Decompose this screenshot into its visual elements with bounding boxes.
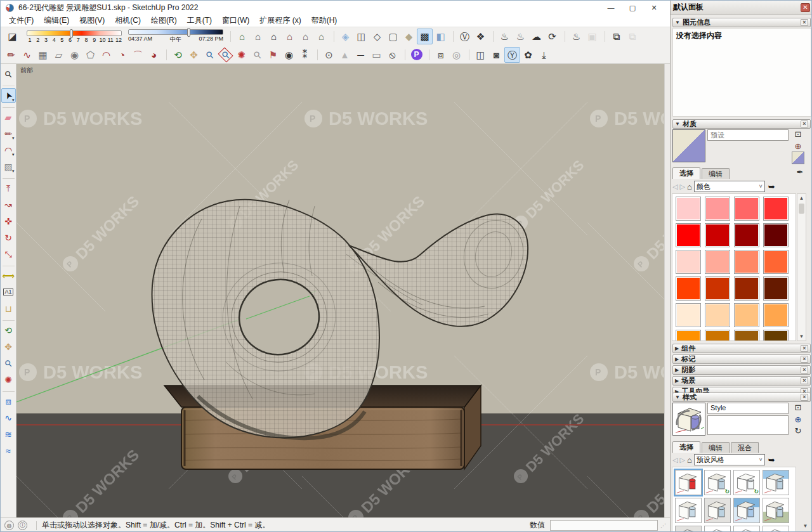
- measurements-input[interactable]: [550, 520, 658, 531]
- facestyle-monochrome[interactable]: ◧: [433, 29, 449, 44]
- tool-circle[interactable]: ◉: [67, 47, 82, 63]
- left-move-tool[interactable]: ✜: [1, 214, 16, 228]
- display-pane-icon[interactable]: ⊡: [793, 403, 803, 412]
- minimize-button[interactable]: —: [600, 1, 622, 15]
- menu-item[interactable]: 文件(F): [4, 15, 38, 27]
- left-line-tool[interactable]: ✏: [1, 126, 16, 141]
- section-entity-info[interactable]: ▼ 图元信息 ×: [672, 18, 811, 27]
- left-pan-tool[interactable]: ✥: [1, 339, 16, 354]
- style-thumb[interactable]: [733, 498, 760, 523]
- tab[interactable]: 编辑: [702, 168, 730, 179]
- scene-light-tool[interactable]: Ⓨ: [504, 47, 520, 63]
- tool-rotated-rectangle[interactable]: ▱: [51, 47, 67, 63]
- color-swatch[interactable]: [705, 223, 730, 247]
- facestyle-xray[interactable]: ◈: [337, 29, 353, 44]
- left-d5-layers-tool[interactable]: ≋: [1, 427, 16, 441]
- color-swatch[interactable]: [734, 303, 759, 327]
- display-pane-icon[interactable]: ⊡: [793, 129, 803, 139]
- vray-batch-render-icon[interactable]: ⟳: [544, 29, 560, 44]
- view-iso[interactable]: ⌂: [234, 29, 250, 44]
- view-top[interactable]: ⌂: [250, 29, 266, 44]
- tool-3pt-arc[interactable]: ⌒: [130, 47, 146, 63]
- current-material-swatch[interactable]: [792, 152, 804, 164]
- menu-item[interactable]: 窗口(W): [218, 15, 254, 27]
- menu-item[interactable]: 扩展程序 (x): [255, 15, 305, 27]
- tool-freehand[interactable]: ∿: [19, 47, 35, 63]
- left-select-tool[interactable]: ➤: [1, 88, 16, 103]
- view-back[interactable]: ⌂: [298, 29, 313, 44]
- style-thumb[interactable]: [733, 470, 760, 495]
- details-arrow-icon[interactable]: ➥: [768, 182, 775, 191]
- scroll-up-icon[interactable]: ▲: [797, 194, 806, 202]
- close-icon[interactable]: ×: [801, 120, 808, 127]
- camera-position[interactable]: ⚑: [265, 47, 281, 63]
- shadow-month-slider[interactable]: 123456789101112: [27, 30, 122, 43]
- tool-2pt-arc[interactable]: ◔: [114, 47, 130, 63]
- vray-icon[interactable]: Ⓥ: [457, 29, 473, 44]
- style-thumb[interactable]: [704, 498, 731, 523]
- view-front[interactable]: ⌂: [266, 29, 282, 44]
- maximize-button[interactable]: ▢: [622, 1, 643, 15]
- facestyle-shaded-textures[interactable]: ▩: [417, 29, 433, 44]
- color-swatch[interactable]: [763, 303, 789, 327]
- facestyle-back-edges[interactable]: ◫: [353, 29, 369, 44]
- extension-manager-icon[interactable]: ✿: [520, 47, 536, 63]
- left-eraser-tool[interactable]: ▰: [1, 110, 16, 124]
- view-right[interactable]: ⌂: [282, 29, 298, 44]
- scroll-down-icon[interactable]: ▼: [797, 332, 806, 341]
- menu-item[interactable]: 帮助(H): [307, 15, 342, 27]
- left-tape-measure-tool[interactable]: ⟺: [1, 268, 16, 283]
- section-styles[interactable]: ▼ 样式 ×: [672, 393, 811, 402]
- view-left[interactable]: ⌂: [313, 29, 329, 44]
- tool-box[interactable]: ⧈: [433, 47, 449, 63]
- left-zoom-extents-tool[interactable]: ✺: [1, 372, 16, 387]
- tab[interactable]: 选择: [672, 167, 700, 179]
- color-swatch[interactable]: [676, 303, 701, 327]
- tool-photo-camera[interactable]: ◙: [488, 47, 504, 63]
- style-thumb[interactable]: [704, 526, 731, 532]
- shadow-toggle-icon[interactable]: ◪: [4, 29, 20, 44]
- menu-item[interactable]: 相机(C): [110, 15, 145, 27]
- scrollbar-thumb[interactable]: [799, 204, 804, 214]
- tool-edge[interactable]: ─: [353, 47, 369, 63]
- details-arrow-icon[interactable]: ➥: [768, 455, 775, 465]
- color-swatch[interactable]: [676, 276, 701, 301]
- close-icon[interactable]: ×: [801, 394, 808, 401]
- style-thumb[interactable]: [704, 470, 731, 495]
- style-thumb[interactable]: [763, 498, 789, 523]
- create-material-icon[interactable]: ⊕: [793, 141, 803, 151]
- create-style-icon[interactable]: ⊕: [793, 415, 803, 424]
- material-preview-swatch[interactable]: [672, 129, 705, 162]
- left-text-tool[interactable]: A1: [1, 285, 16, 299]
- vray-batch-buffer-icon[interactable]: ⧉: [624, 29, 640, 44]
- tool-line[interactable]: ✏: [3, 47, 19, 63]
- camera-zoom-extents[interactable]: ✺: [233, 47, 249, 63]
- style-thumb[interactable]: [763, 526, 789, 532]
- section-materials[interactable]: ▼ 材质 ×: [672, 119, 811, 129]
- camera-zoom[interactable]: ⚲: [202, 47, 218, 63]
- close-icon[interactable]: ×: [801, 367, 808, 373]
- close-icon[interactable]: ×: [801, 345, 808, 352]
- back-arrow-icon[interactable]: ◁: [672, 183, 678, 191]
- color-swatch[interactable]: [763, 276, 789, 301]
- tool-orbit-alt[interactable]: ◎: [449, 47, 464, 63]
- color-swatch[interactable]: [734, 250, 759, 274]
- color-swatch[interactable]: [763, 197, 789, 221]
- scroll-down-icon[interactable]: ▼: [801, 522, 809, 530]
- info-status-icon[interactable]: ⓘ: [18, 521, 27, 530]
- forward-arrow-icon[interactable]: ▷: [679, 183, 684, 191]
- vray-frame-buffer-icon-disabled[interactable]: ▣: [584, 29, 600, 44]
- chaos-cloud-icon[interactable]: ☁: [528, 29, 544, 44]
- time-slider-handle[interactable]: [187, 28, 190, 37]
- tab[interactable]: 编辑: [702, 442, 730, 453]
- tab[interactable]: 混合: [731, 442, 759, 453]
- material-name-field[interactable]: 预设: [707, 129, 789, 141]
- sample-paint-icon[interactable]: ✒: [795, 167, 805, 177]
- camera-previous[interactable]: ⚲: [249, 47, 265, 63]
- style-thumb[interactable]: [675, 526, 702, 532]
- resize-grip[interactable]: ⋰: [660, 522, 666, 529]
- color-swatch[interactable]: [705, 303, 730, 327]
- close-button[interactable]: ✕: [643, 1, 665, 15]
- tray-close-icon[interactable]: ✕: [801, 3, 810, 12]
- tool-face[interactable]: ▭: [369, 47, 384, 63]
